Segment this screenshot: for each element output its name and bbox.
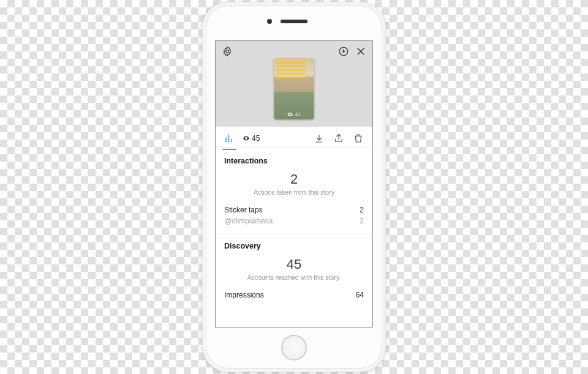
story-thumbnail[interactable]: 45 — [274, 58, 314, 119]
phone-inner: 45 45 — [206, 6, 382, 368]
section-title: Interactions — [224, 157, 364, 165]
list-item: @olimpiamesa 2 — [224, 215, 364, 226]
interactions-count: 2 — [224, 171, 364, 187]
discovery-section: Discovery 45 Accounts reached with this … — [224, 242, 364, 301]
share-icon[interactable] — [333, 133, 344, 144]
row-value: 64 — [356, 291, 364, 299]
phone-camera — [267, 19, 272, 24]
download-icon[interactable] — [314, 133, 325, 144]
discovery-subtitle: Accounts reached with this story. — [224, 274, 364, 281]
settings-icon[interactable] — [222, 46, 233, 57]
row-label: @olimpiamesa — [224, 217, 273, 225]
divider — [216, 234, 372, 234]
row-value: 2 — [360, 206, 364, 214]
insights-content: Interactions 2 Actions taken from this s… — [216, 148, 372, 327]
home-button[interactable] — [281, 335, 307, 361]
thumbnail-pointer — [290, 127, 298, 131]
eye-icon — [287, 111, 293, 118]
section-title: Discovery — [224, 242, 364, 250]
story-header: 45 — [216, 41, 372, 127]
row-value: 2 — [360, 217, 364, 225]
list-item: Sticker taps 2 — [224, 204, 364, 215]
app-screen: 45 45 — [215, 40, 373, 327]
thumbnail-view-count: 45 — [287, 111, 301, 118]
row-label: Sticker taps — [224, 206, 263, 214]
phone-speaker — [281, 20, 307, 23]
interactions-subtitle: Actions taken from this story — [224, 189, 364, 196]
close-icon[interactable] — [355, 46, 366, 57]
save-icon[interactable] — [338, 46, 349, 57]
insights-tab-icon[interactable] — [224, 133, 235, 144]
row-label: Impressions — [224, 291, 264, 299]
phone-frame: 45 45 — [202, 2, 386, 372]
interactions-section: Interactions 2 Actions taken from this s… — [224, 157, 364, 226]
delete-icon[interactable] — [353, 133, 364, 144]
viewers-tab[interactable]: 45 — [243, 134, 260, 143]
list-item: Impressions 64 — [224, 290, 364, 301]
eye-icon — [243, 135, 250, 142]
svg-point-0 — [226, 50, 229, 53]
discovery-count: 45 — [224, 256, 364, 272]
